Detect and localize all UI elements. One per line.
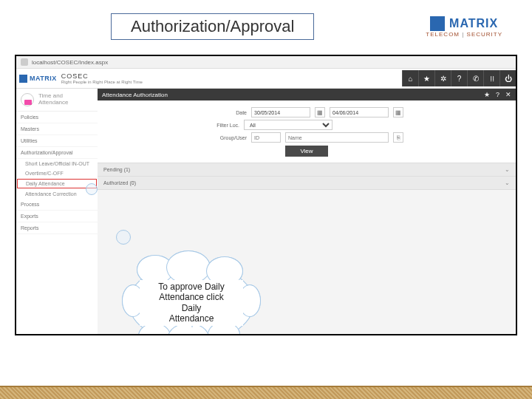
app-logo: MATRIX — [19, 75, 57, 83]
date-to-input[interactable] — [330, 107, 389, 117]
filter-area: Date ▦ ▦ Filter Loc. All Group/User — [98, 100, 516, 163]
logo-tagline: TELECOM | SECURITY — [426, 31, 502, 38]
close-icon[interactable]: ✕ — [505, 91, 511, 98]
header-toolbar: ⌂ ★ ✲ ? ✆ ⁞⁞ ⏻ — [402, 70, 516, 86]
calendar-icon[interactable]: ▦ — [315, 107, 325, 117]
sidebar: Time andAttendance Policies Masters Util… — [16, 89, 98, 335]
slide-title: Authorization/Approval — [111, 13, 314, 40]
accordion-authorized[interactable]: Authorized (0) ⌄ — [98, 177, 516, 190]
sidebar-item-process[interactable]: Process — [16, 199, 98, 211]
slide-footer-bar — [0, 386, 532, 399]
accordion-pending[interactable]: Pending (1) ⌄ — [98, 163, 516, 177]
gear-icon[interactable]: ✲ — [434, 70, 451, 86]
page-icon — [21, 58, 28, 66]
calendar-icon[interactable]: ▦ — [393, 107, 403, 117]
sidebar-item-reports[interactable]: Reports — [16, 222, 98, 234]
app-screenshot: localhost/COSEC/Index.aspx MATRIX COSEC … — [15, 55, 517, 335]
date-from-input[interactable] — [251, 107, 310, 117]
star-icon[interactable]: ★ — [484, 91, 490, 98]
annotation-circle — [86, 183, 98, 195]
chevron-down-icon: ⌄ — [505, 180, 510, 186]
group-id-input[interactable] — [251, 132, 281, 143]
callout-cloud: To approve Daily Attendance click Daily … — [129, 263, 254, 335]
filter-label: Filter Loc. — [202, 123, 239, 128]
slide-header: Authorization/Approval MATRIX TELECOM | … — [0, 0, 532, 47]
sidebar-item-policies[interactable]: Policies — [16, 112, 98, 123]
chevron-down-icon: ⌄ — [505, 166, 510, 173]
sidebar-sub-daily-attendance[interactable]: Daily Attendance — [17, 179, 97, 188]
sidebar-item-masters[interactable]: Masters — [16, 123, 98, 135]
logo-mark-icon — [19, 75, 27, 83]
logo-text: MATRIX — [449, 17, 498, 30]
panel-titlebar: Attendance Authorization ★ ? ✕ — [98, 89, 516, 100]
app-header: MATRIX COSEC Right People in Right Place… — [16, 69, 516, 89]
url-text: localhost/COSEC/Index.aspx — [32, 59, 108, 66]
phone-icon[interactable]: ✆ — [467, 70, 483, 86]
help-icon[interactable]: ? — [451, 70, 467, 86]
group-name-input[interactable] — [285, 132, 389, 143]
sidebar-item-authorization[interactable]: Authorization/Approval — [16, 147, 98, 159]
module-icon — [21, 93, 34, 106]
group-label: Group/User — [210, 135, 247, 140]
date-label: Date — [210, 110, 247, 115]
home-icon[interactable]: ⌂ — [402, 70, 418, 86]
app-name-block: COSEC Right People in Right Place at Rig… — [61, 73, 143, 84]
sidebar-item-utilities[interactable]: Utilities — [16, 135, 98, 147]
help-icon[interactable]: ? — [496, 91, 499, 98]
search-icon[interactable]: ⎘ — [393, 132, 403, 143]
browser-tab: localhost/COSEC/Index.aspx — [16, 56, 516, 69]
filter-select[interactable]: All — [244, 120, 332, 130]
brand-logo: MATRIX TELECOM | SECURITY — [426, 16, 502, 38]
grid-icon[interactable]: ⁞⁞ — [483, 70, 499, 86]
panel-title-text: Attendance Authorization — [102, 92, 168, 98]
module-header[interactable]: Time andAttendance — [16, 89, 98, 112]
star-icon[interactable]: ★ — [418, 70, 434, 86]
power-icon[interactable]: ⏻ — [499, 70, 516, 86]
logo-mark-icon — [430, 16, 445, 31]
sidebar-item-exports[interactable]: Exports — [16, 211, 98, 222]
sidebar-sub-overtime[interactable]: Overtime/C-OFF — [16, 168, 98, 178]
annotation-circle — [116, 230, 131, 245]
sidebar-sub-short-leave[interactable]: Short Leave/Official IN-OUT — [16, 159, 98, 168]
view-button[interactable]: View — [285, 146, 327, 157]
